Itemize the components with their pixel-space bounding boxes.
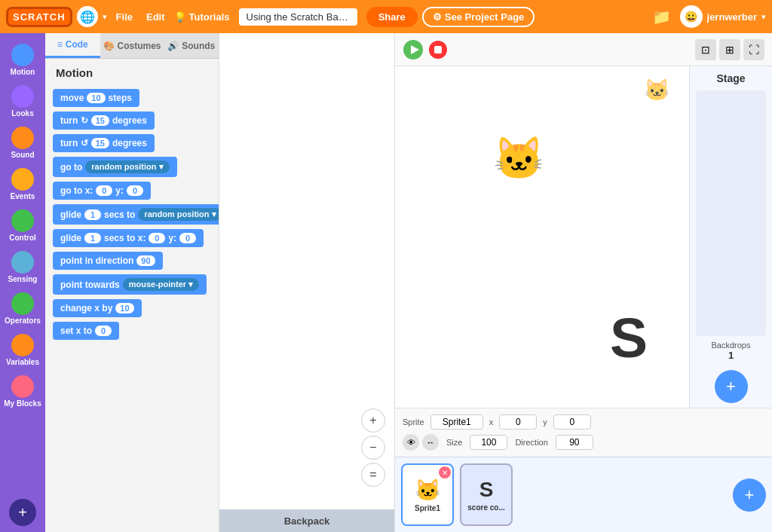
block-goto[interactable]: go to random position ▾	[53, 157, 177, 177]
sprite-info-row2: 👁 ↔ Size Direction	[403, 434, 764, 451]
sidebar-item-events[interactable]: Events	[0, 165, 45, 203]
show-sprite-button[interactable]: 👁	[403, 434, 419, 451]
sidebar-item-looks[interactable]: Looks	[0, 82, 45, 121]
sprite-info-row1: Sprite x y	[403, 414, 764, 430]
sprite-x-input[interactable]	[499, 414, 537, 430]
sidebar-item-sensing[interactable]: Sensing	[0, 248, 45, 286]
main-area: Motion Looks Sound Events Control Sensin…	[0, 33, 772, 532]
sprite-name-label: Sprite	[403, 417, 424, 427]
scratch-logo[interactable]: SCRATCH	[6, 7, 72, 27]
sidebar-label-variables: Variables	[6, 358, 39, 366]
sprite-delete-button[interactable]: ✕	[439, 466, 451, 478]
stage-right-panel: Stage Backdrops 1 +	[689, 66, 772, 408]
sidebar-item-operators[interactable]: Operators	[0, 289, 45, 328]
blocks-panel: ≡ Code 🎨 Costumes 🔊 Sounds Motion move 1…	[45, 33, 219, 532]
backpack-bar[interactable]: Backpack	[219, 509, 394, 532]
stage-small-cat: 🐱	[644, 78, 670, 102]
control-dot	[11, 209, 34, 232]
sound-dot	[11, 127, 34, 149]
globe-dropdown-icon[interactable]: ▾	[103, 12, 107, 22]
sprite-direction-input[interactable]	[556, 435, 593, 450]
view-buttons: ⊡ ⊞ ⛶	[695, 39, 764, 60]
fullscreen-button[interactable]: ⛶	[743, 39, 764, 60]
file-menu[interactable]: File	[112, 8, 137, 26]
block-glide-to[interactable]: glide 1 secs to random position ▾	[53, 204, 219, 225]
stage-thumbnail[interactable]	[696, 90, 766, 336]
sprite-name-input[interactable]	[430, 414, 483, 430]
flip-sprite-button[interactable]: ↔	[422, 434, 439, 451]
stage-controls: ⊡ ⊞ ⛶	[395, 33, 772, 66]
block-glide-xy[interactable]: glide 1 secs to x: 0 y: 0	[53, 229, 204, 247]
project-title[interactable]: Using the Scratch Backpa...	[239, 8, 357, 26]
globe-icon[interactable]: 🌐	[77, 6, 98, 27]
tab-costumes[interactable]: 🎨 Costumes	[100, 33, 164, 58]
sprite-info: Sprite x y 👁 ↔ Size Direction	[395, 408, 772, 457]
sprite-list: ✕ 🐱 Sprite1 S score co... +	[395, 457, 772, 532]
zoom-out-button[interactable]: −	[361, 436, 385, 460]
block-turn-ccw[interactable]: turn ↺ 15 degrees	[53, 134, 155, 152]
sidebar-item-control[interactable]: Control	[0, 206, 45, 245]
stage-and-right: 🐱 S 🐱 Stage Backdrops 1 +	[395, 66, 772, 408]
sidebar-label-looks: Looks	[11, 109, 33, 118]
normal-stage-button[interactable]: ⊞	[719, 39, 740, 60]
sidebar-label-sound: Sound	[11, 151, 34, 159]
lightbulb-icon: 💡	[174, 11, 186, 23]
sounds-icon: 🔊	[167, 41, 179, 51]
avatar[interactable]: 😀	[680, 5, 703, 28]
sidebar-label-events: Events	[11, 192, 35, 200]
small-stage-button[interactable]: ⊡	[695, 39, 716, 60]
blocks-category-header: Motion	[45, 59, 219, 84]
costumes-icon: 🎨	[103, 41, 115, 51]
folder-icon[interactable]: 📁	[648, 8, 676, 26]
edit-menu[interactable]: Edit	[142, 8, 170, 26]
sprite-y-input[interactable]	[553, 414, 591, 430]
events-dot	[11, 168, 34, 191]
stage-footer: Backdrops 1	[690, 336, 772, 365]
block-point-towards[interactable]: point towards mouse-pointer ▾	[53, 274, 207, 295]
tutorials-menu[interactable]: 💡 Tutorials	[174, 11, 230, 23]
green-flag-button[interactable]	[403, 39, 424, 60]
add-sprite-button[interactable]: +	[733, 478, 766, 512]
sprite-thumb-score[interactable]: S score co...	[460, 463, 513, 526]
add-extension-button[interactable]: +	[9, 499, 36, 526]
zoom-fit-button[interactable]: =	[361, 463, 385, 487]
sidebar-item-motion[interactable]: Motion	[0, 41, 45, 79]
sensing-dot	[11, 251, 34, 274]
block-goto-xy[interactable]: go to x: 0 y: 0	[53, 182, 151, 200]
sprite1-label: Sprite1	[415, 504, 440, 512]
user-dropdown-icon[interactable]: ▾	[761, 12, 766, 22]
add-backdrop-button[interactable]: +	[715, 370, 748, 403]
sidebar-label-control: Control	[9, 234, 36, 242]
tab-bar: ≡ Code 🎨 Costumes 🔊 Sounds	[45, 33, 219, 59]
sidebar-item-myblocks[interactable]: My Blocks	[0, 372, 45, 411]
share-button[interactable]: Share	[366, 7, 418, 27]
variables-dot	[11, 334, 34, 356]
sidebar-item-variables[interactable]: Variables	[0, 331, 45, 369]
username[interactable]: jernwerber	[707, 11, 757, 23]
stage-s-letter: S	[610, 305, 648, 370]
top-nav: SCRATCH 🌐 ▾ File Edit 💡 Tutorials Using …	[0, 0, 772, 33]
block-turn-cw[interactable]: turn ↻ 15 degrees	[53, 112, 155, 130]
operators-dot	[11, 292, 34, 315]
github-icon: ⚙	[433, 11, 442, 23]
block-move[interactable]: move 10 steps	[53, 89, 139, 107]
script-area[interactable]: ↗ + − = Backpack	[219, 33, 395, 532]
sidebar-item-sound[interactable]: Sound	[0, 124, 45, 162]
block-set-x[interactable]: set x to 0	[53, 322, 119, 340]
block-change-x[interactable]: change x by 10	[53, 299, 142, 317]
stop-button[interactable]	[428, 40, 448, 60]
tab-code[interactable]: ≡ Code	[45, 33, 100, 58]
sprite-thumb-sprite1[interactable]: ✕ 🐱 Sprite1	[401, 463, 454, 526]
myblocks-dot	[11, 375, 34, 398]
add-extension-area: +	[9, 499, 36, 526]
zoom-in-button[interactable]: +	[361, 408, 385, 433]
sprite-size-input[interactable]	[470, 435, 507, 450]
tab-sounds[interactable]: 🔊 Sounds	[164, 33, 219, 58]
score-sprite-label: score co...	[467, 503, 504, 512]
zoom-controls: + − =	[361, 408, 385, 487]
x-label: x	[489, 417, 494, 427]
category-sidebar: Motion Looks Sound Events Control Sensin…	[0, 33, 45, 532]
see-project-button[interactable]: ⚙ See Project Page	[422, 7, 535, 27]
sidebar-label-myblocks: My Blocks	[4, 399, 41, 408]
block-point-direction[interactable]: point in direction 90	[53, 252, 163, 270]
